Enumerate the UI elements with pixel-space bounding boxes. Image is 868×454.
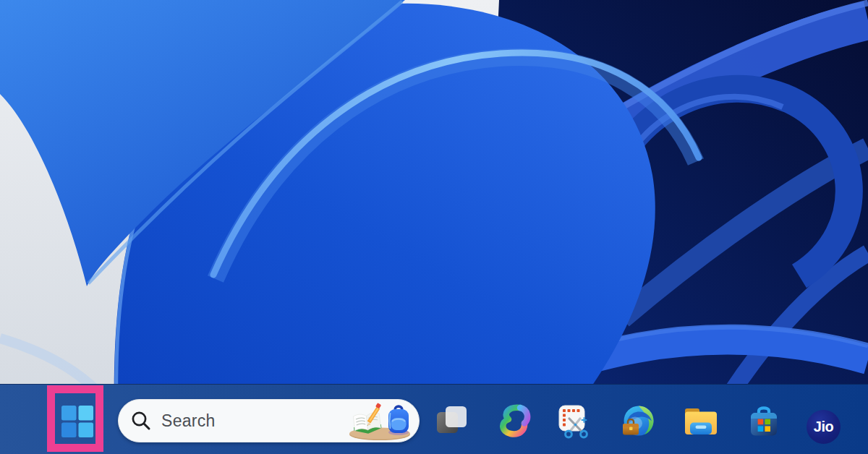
jio-logo-text: Jio [814, 419, 833, 435]
taskbar-app-snipping-tool[interactable] [557, 404, 593, 440]
taskbar-app-edge[interactable] [621, 404, 655, 439]
store-bag-icon [746, 404, 781, 439]
folder-icon [684, 404, 718, 439]
taskbar-app-file-explorer[interactable] [684, 404, 718, 439]
copilot-icon [498, 404, 532, 437]
magnifier-icon [130, 410, 152, 432]
taskbar-app-task-view[interactable] [436, 404, 468, 436]
snipping-tool-icon [557, 404, 593, 440]
windows-desktop: Search [0, 0, 868, 454]
taskbar-app-microsoft-store[interactable] [746, 404, 781, 439]
search-highlights-back-to-school-graphic [346, 401, 413, 440]
search-placeholder: Search [161, 411, 346, 431]
taskbar-app-jio[interactable]: Jio [807, 410, 841, 444]
taskbar-app-copilot[interactable] [498, 404, 532, 437]
task-view-icon [436, 404, 468, 436]
backpack-icon [388, 406, 409, 435]
start-button[interactable] [61, 405, 94, 438]
edge-browser-briefcase-icon [621, 404, 655, 439]
search-box[interactable]: Search [118, 399, 420, 442]
windows-logo-icon [61, 405, 94, 438]
